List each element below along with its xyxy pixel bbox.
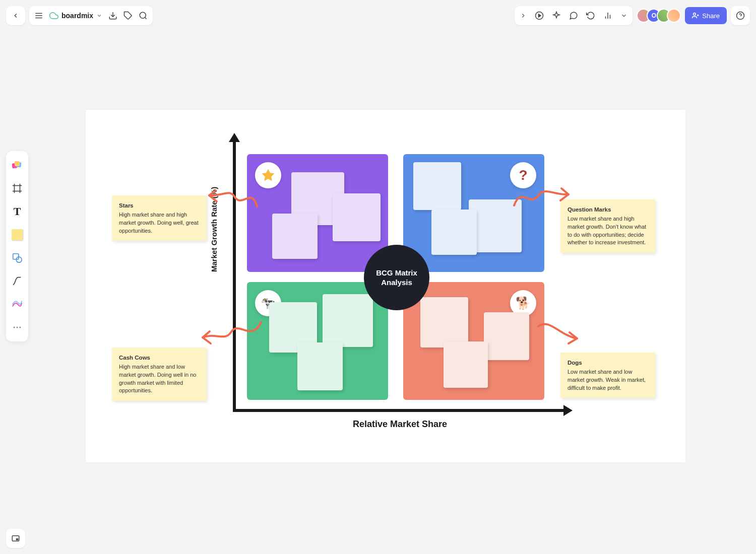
topbar-main-group: boardmix xyxy=(29,6,153,25)
chevron-down-icon xyxy=(96,13,102,19)
sticky-note[interactable] xyxy=(444,341,488,388)
svg-point-28 xyxy=(19,327,21,328)
annotation-title: Question Marks xyxy=(568,205,648,214)
x-axis xyxy=(233,409,565,412)
minimap-button[interactable] xyxy=(6,529,25,548)
left-toolbar: T xyxy=(6,151,28,341)
annotation-title: Stars xyxy=(119,201,200,210)
annotation-stars[interactable]: Stars High market share and high market … xyxy=(112,195,207,241)
sticky-note[interactable] xyxy=(413,162,461,210)
tool-templates[interactable] xyxy=(9,157,25,173)
svg-marker-8 xyxy=(539,14,541,17)
tool-shape[interactable] xyxy=(9,250,25,266)
back-button[interactable] xyxy=(6,6,25,25)
cloud-icon xyxy=(49,11,58,20)
history-icon[interactable] xyxy=(586,11,595,20)
chevron-down-icon[interactable] xyxy=(620,12,627,19)
tool-text[interactable]: T xyxy=(9,203,25,220)
sticky-note[interactable] xyxy=(420,297,468,348)
sparkle-icon[interactable] xyxy=(552,11,561,20)
menu-button[interactable] xyxy=(34,11,43,20)
quadrant-cash-cows[interactable]: 🐄 xyxy=(247,282,388,400)
tool-pen[interactable] xyxy=(9,296,25,312)
sticky-note[interactable] xyxy=(431,210,477,255)
quadrant-stars[interactable] xyxy=(247,154,388,272)
svg-rect-19 xyxy=(15,161,20,166)
svg-point-27 xyxy=(17,327,18,328)
sticky-note[interactable] xyxy=(333,193,381,241)
search-button[interactable] xyxy=(139,11,148,20)
topbar-right-group xyxy=(515,6,633,25)
topbar-right: O Share xyxy=(515,6,750,25)
avatar[interactable] xyxy=(667,9,681,23)
comment-icon[interactable] xyxy=(569,11,578,20)
bottom-left xyxy=(6,529,25,548)
annotation-title: Dogs xyxy=(568,359,648,367)
tool-sticky-note[interactable] xyxy=(9,227,25,243)
sticky-note[interactable] xyxy=(272,214,318,259)
sticky-note[interactable] xyxy=(484,312,529,360)
tag-button[interactable] xyxy=(123,11,133,20)
annotation-dogs[interactable]: Dogs Low market share and low market gro… xyxy=(560,353,655,398)
svg-point-26 xyxy=(14,327,15,328)
center-title: BCG Matrix Analysis xyxy=(364,245,429,310)
svg-point-12 xyxy=(694,13,696,16)
y-axis-label: Market Growth Rate (%) xyxy=(210,187,218,272)
svg-rect-30 xyxy=(16,538,19,540)
svg-point-25 xyxy=(16,257,22,262)
app-name: boardmix xyxy=(61,12,93,20)
help-button[interactable] xyxy=(731,6,750,25)
brand[interactable]: boardmix xyxy=(49,11,102,20)
annotation-desc: Low market share and low market growth. … xyxy=(568,369,646,391)
quadrant-question-marks[interactable]: ? xyxy=(403,154,544,272)
annotation-question-marks[interactable]: Question Marks Low market share and high… xyxy=(560,199,655,253)
annotation-desc: Low market share and high market growth.… xyxy=(568,216,646,246)
tool-connector[interactable] xyxy=(9,273,25,289)
annotation-desc: High market share and low market growth.… xyxy=(119,364,196,394)
svg-line-6 xyxy=(145,17,147,19)
download-button[interactable] xyxy=(108,11,117,20)
chart-icon[interactable] xyxy=(603,11,612,20)
person-plus-icon xyxy=(692,12,699,19)
star-icon xyxy=(255,162,281,188)
tool-more[interactable] xyxy=(9,319,25,335)
share-button[interactable]: Share xyxy=(685,7,727,24)
y-axis xyxy=(233,140,236,409)
question-icon: ? xyxy=(510,162,536,188)
annotation-desc: High market share and high market growth… xyxy=(119,212,199,234)
play-icon[interactable] xyxy=(535,11,544,20)
x-axis-label: Relative Market Share xyxy=(353,419,447,430)
share-label: Share xyxy=(702,12,720,20)
topbar-left: boardmix xyxy=(6,6,153,25)
quadrant-dogs[interactable]: 🐕 xyxy=(403,282,544,400)
annotation-cash-cows[interactable]: Cash Cows High market share and low mark… xyxy=(112,348,207,401)
svg-rect-24 xyxy=(13,254,19,259)
chevron-right-icon[interactable] xyxy=(520,12,527,19)
collaborator-avatars[interactable]: O xyxy=(637,9,681,23)
sticky-note[interactable] xyxy=(297,342,343,390)
svg-point-5 xyxy=(140,12,146,18)
sticky-note[interactable] xyxy=(323,294,373,347)
svg-marker-31 xyxy=(262,169,275,181)
tool-frame[interactable] xyxy=(9,180,25,196)
annotation-title: Cash Cows xyxy=(119,354,200,362)
